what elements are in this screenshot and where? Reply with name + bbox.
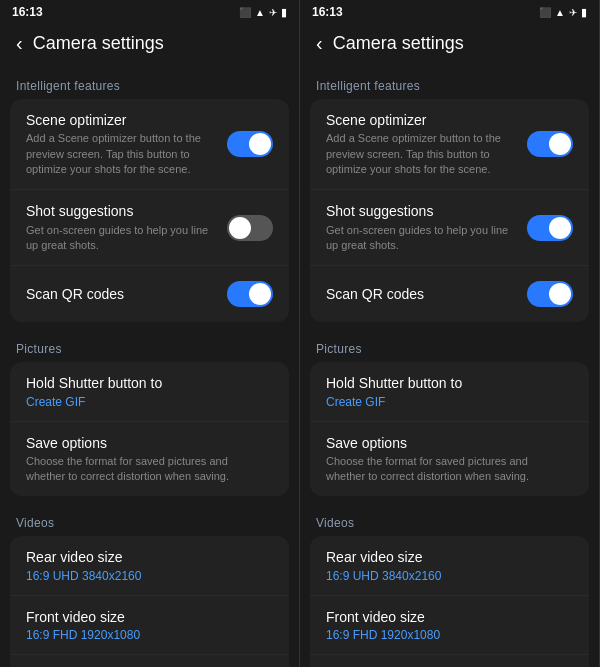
toggle-0-2[interactable]	[227, 281, 273, 307]
setting-desc-0-0: Add a Scene optimizer button to the prev…	[26, 131, 217, 177]
setting-item-2-0[interactable]: Rear video size16:9 UHD 3840x2160	[10, 536, 289, 595]
setting-item-2-1[interactable]: Front video size16:9 FHD 1920x1080	[310, 596, 589, 655]
section-label-1: Pictures	[300, 330, 599, 362]
setting-title-2-0: Rear video size	[326, 548, 563, 566]
setting-text-0-1: Shot suggestionsGet on-screen guides to …	[326, 202, 527, 253]
setting-title-1-1: Save options	[326, 434, 563, 452]
setting-title-0-2: Scan QR codes	[326, 285, 517, 303]
setting-text-1-0: Hold Shutter button toCreate GIF	[326, 374, 573, 408]
setting-value-2-1: 16:9 FHD 1920x1080	[26, 628, 263, 642]
setting-desc-0-1: Get on-screen guides to help you line up…	[326, 223, 517, 254]
settings-group-2: Rear video size16:9 UHD 3840x2160Front v…	[10, 536, 289, 667]
setting-desc-0-1: Get on-screen guides to help you line up…	[26, 223, 217, 254]
setting-item-2-0[interactable]: Rear video size16:9 UHD 3840x2160	[310, 536, 589, 595]
setting-text-2-1: Front video size16:9 FHD 1920x1080	[326, 608, 573, 642]
setting-desc-1-1: Choose the format for saved pictures and…	[26, 454, 263, 485]
setting-item-1-0[interactable]: Hold Shutter button toCreate GIF	[310, 362, 589, 421]
settings-group-0: Scene optimizerAdd a Scene optimizer but…	[310, 99, 589, 322]
setting-item-0-1[interactable]: Shot suggestionsGet on-screen guides to …	[310, 190, 589, 266]
status-icons: ⬛ ▲ ✈ ▮	[239, 6, 287, 19]
toggle-0-1[interactable]	[527, 215, 573, 241]
setting-desc-0-0: Add a Scene optimizer button to the prev…	[326, 131, 517, 177]
setting-title-1-1: Save options	[26, 434, 263, 452]
status-time: 16:13	[12, 5, 43, 19]
status-icons: ⬛ ▲ ✈ ▮	[539, 6, 587, 19]
toggle-0-0[interactable]	[227, 131, 273, 157]
setting-item-1-1[interactable]: Save optionsChoose the format for saved …	[10, 422, 289, 497]
section-label-1: Pictures	[0, 330, 299, 362]
section-label-0: Intelligent features	[0, 67, 299, 99]
setting-item-0-2[interactable]: Scan QR codes	[310, 266, 589, 322]
setting-title-0-1: Shot suggestions	[26, 202, 217, 220]
settings-content: Intelligent featuresScene optimizerAdd a…	[300, 67, 599, 667]
setting-text-1-1: Save optionsChoose the format for saved …	[326, 434, 573, 485]
settings-header: ‹Camera settings	[0, 24, 299, 67]
battery-icon: ▮	[281, 6, 287, 19]
setting-item-0-0[interactable]: Scene optimizerAdd a Scene optimizer but…	[10, 99, 289, 190]
photo-icon: ⬛	[539, 7, 551, 18]
setting-text-0-2: Scan QR codes	[326, 285, 527, 303]
setting-value-2-0: 16:9 UHD 3840x2160	[26, 569, 263, 583]
setting-item-0-1[interactable]: Shot suggestionsGet on-screen guides to …	[10, 190, 289, 266]
page-title: Camera settings	[333, 33, 464, 54]
setting-text-1-0: Hold Shutter button toCreate GIF	[26, 374, 273, 408]
phone-panel-right: 16:13 ⬛ ▲ ✈ ▮ ‹Camera settingsIntelligen…	[300, 0, 600, 667]
setting-title-1-0: Hold Shutter button to	[326, 374, 563, 392]
wifi-icon: ▲	[255, 7, 265, 18]
status-bar: 16:13 ⬛ ▲ ✈ ▮	[300, 0, 599, 24]
setting-text-2-0: Rear video size16:9 UHD 3840x2160	[326, 548, 573, 582]
battery-icon: ▮	[581, 6, 587, 19]
setting-item-0-2[interactable]: Scan QR codes	[10, 266, 289, 322]
setting-text-0-0: Scene optimizerAdd a Scene optimizer but…	[26, 111, 227, 177]
setting-value-2-0: 16:9 UHD 3840x2160	[326, 569, 563, 583]
plane-icon: ✈	[569, 7, 577, 18]
setting-title-0-0: Scene optimizer	[326, 111, 517, 129]
setting-item-0-0[interactable]: Scene optimizerAdd a Scene optimizer but…	[310, 99, 589, 190]
plane-icon: ✈	[269, 7, 277, 18]
setting-value-1-0: Create GIF	[26, 395, 263, 409]
status-time: 16:13	[312, 5, 343, 19]
setting-desc-1-1: Choose the format for saved pictures and…	[326, 454, 563, 485]
status-bar: 16:13 ⬛ ▲ ✈ ▮	[0, 0, 299, 24]
page-title: Camera settings	[33, 33, 164, 54]
settings-content: Intelligent featuresScene optimizerAdd a…	[0, 67, 299, 667]
setting-value-2-1: 16:9 FHD 1920x1080	[326, 628, 563, 642]
toggle-0-2[interactable]	[527, 281, 573, 307]
toggle-0-1[interactable]	[227, 215, 273, 241]
wifi-icon: ▲	[555, 7, 565, 18]
setting-item-2-1[interactable]: Front video size16:9 FHD 1920x1080	[10, 596, 289, 655]
setting-title-1-0: Hold Shutter button to	[26, 374, 263, 392]
photo-icon: ⬛	[239, 7, 251, 18]
setting-title-2-1: Front video size	[326, 608, 563, 626]
setting-title-0-1: Shot suggestions	[326, 202, 517, 220]
section-label-2: Videos	[0, 504, 299, 536]
setting-item-2-2[interactable]: High efficiency videoRecord videos in HE…	[310, 655, 589, 667]
setting-item-1-1[interactable]: Save optionsChoose the format for saved …	[310, 422, 589, 497]
phone-panel-left: 16:13 ⬛ ▲ ✈ ▮ ‹Camera settingsIntelligen…	[0, 0, 300, 667]
setting-text-2-0: Rear video size16:9 UHD 3840x2160	[26, 548, 273, 582]
setting-text-2-1: Front video size16:9 FHD 1920x1080	[26, 608, 273, 642]
setting-title-2-0: Rear video size	[26, 548, 263, 566]
settings-group-1: Hold Shutter button toCreate GIFSave opt…	[310, 362, 589, 496]
setting-value-1-0: Create GIF	[326, 395, 563, 409]
section-label-2: Videos	[300, 504, 599, 536]
setting-item-1-0[interactable]: Hold Shutter button toCreate GIF	[10, 362, 289, 421]
section-label-0: Intelligent features	[300, 67, 599, 99]
settings-group-2: Rear video size16:9 UHD 3840x2160Front v…	[310, 536, 589, 667]
setting-title-0-2: Scan QR codes	[26, 285, 217, 303]
setting-title-2-1: Front video size	[26, 608, 263, 626]
setting-text-0-0: Scene optimizerAdd a Scene optimizer but…	[326, 111, 527, 177]
settings-group-0: Scene optimizerAdd a Scene optimizer but…	[10, 99, 289, 322]
setting-text-1-1: Save optionsChoose the format for saved …	[26, 434, 273, 485]
settings-header: ‹Camera settings	[300, 24, 599, 67]
settings-group-1: Hold Shutter button toCreate GIFSave opt…	[10, 362, 289, 496]
setting-text-0-1: Shot suggestionsGet on-screen guides to …	[26, 202, 227, 253]
back-button[interactable]: ‹	[16, 32, 23, 55]
back-button[interactable]: ‹	[316, 32, 323, 55]
setting-item-2-2[interactable]: High efficiency videoRecord videos in HE…	[10, 655, 289, 667]
setting-text-0-2: Scan QR codes	[26, 285, 227, 303]
toggle-0-0[interactable]	[527, 131, 573, 157]
setting-title-0-0: Scene optimizer	[26, 111, 217, 129]
